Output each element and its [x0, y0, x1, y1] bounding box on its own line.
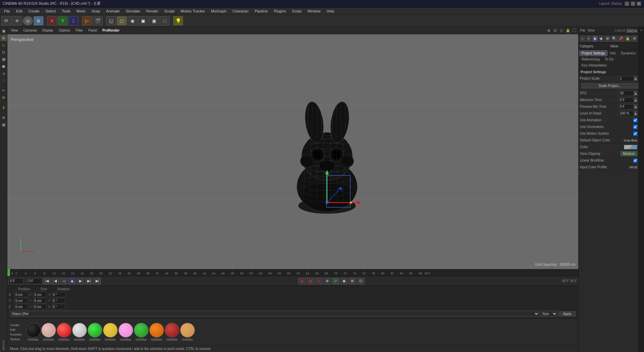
rp-lock-icon[interactable]: 🔒: [625, 36, 631, 42]
size-y-input[interactable]: [33, 298, 47, 303]
min-time-up-btn[interactable]: ▲: [634, 98, 637, 102]
mode-btn2[interactable]: ◻: [117, 16, 127, 26]
mat-swatch-7[interactable]: OctGlos: [134, 323, 149, 341]
mat-swatch-10[interactable]: OctGlos: [180, 323, 195, 341]
go-end-btn[interactable]: ▶|: [94, 278, 101, 284]
auto-key-btn[interactable]: A: [315, 278, 323, 284]
vp-icon-4[interactable]: 🔒: [565, 28, 571, 33]
play-back-btn[interactable]: ◁: [60, 278, 67, 284]
size-z-input[interactable]: [33, 304, 47, 309]
rp-view-label[interactable]: View: [587, 29, 595, 32]
rp-icon-shape[interactable]: ◆: [592, 36, 598, 42]
view-clipping-btn[interactable]: Medium: [621, 151, 637, 156]
tab-dynamics[interactable]: Dynamics: [619, 50, 638, 56]
mat-swatch-3[interactable]: OctGlos: [72, 323, 87, 341]
tab-todo[interactable]: To Do: [602, 56, 616, 62]
left-tool-12[interactable]: ⊕: [0, 114, 7, 121]
left-tool-5[interactable]: ▦: [0, 56, 7, 62]
record-stop-btn[interactable]: ⏹: [307, 278, 314, 284]
menu-item-script[interactable]: Script: [289, 8, 304, 14]
vp-tab-filter[interactable]: Filter: [73, 28, 85, 33]
mat-swatch-1[interactable]: OctGlos: [41, 323, 56, 341]
vp-tab-options[interactable]: Options: [57, 28, 72, 33]
vp-tab-view[interactable]: View: [9, 28, 20, 33]
left-tool-3[interactable]: ◻: [0, 42, 7, 48]
pos-y-input[interactable]: [14, 298, 28, 303]
menu-item-plugins[interactable]: Plugins: [271, 8, 288, 14]
rot-x-input[interactable]: [52, 292, 66, 297]
tab-referencing[interactable]: Referencing: [579, 56, 602, 62]
menu-item-simulate[interactable]: Simulate: [123, 8, 143, 14]
vp-icon-3[interactable]: ◻: [559, 28, 564, 33]
x-axis-btn[interactable]: ✕: [47, 16, 57, 26]
y-axis-btn[interactable]: Y: [58, 16, 68, 26]
move-btn[interactable]: ⊕: [34, 16, 44, 26]
undo-btn[interactable]: ⟳: [1, 16, 11, 26]
mat-swatch-2[interactable]: OctGlos: [57, 323, 71, 341]
mat-texture-btn[interactable]: Texture: [9, 337, 23, 341]
mat-swatch-6[interactable]: OctGlos: [118, 323, 133, 341]
mode-btn3[interactable]: ◉: [127, 16, 138, 26]
menu-item-animate[interactable]: Animate: [104, 8, 122, 14]
mat-swatch-9[interactable]: OctGlos: [165, 323, 179, 341]
record-btn[interactable]: ⏺: [299, 278, 306, 284]
mat-create-btn[interactable]: Create: [9, 323, 23, 327]
vp-icon-2[interactable]: ⊡: [552, 28, 558, 33]
vp-tab-cameras[interactable]: Cameras: [21, 28, 39, 33]
rp-layout-value[interactable]: Startup: [627, 29, 637, 32]
lod-input[interactable]: [619, 111, 634, 116]
use-animation-checkbox[interactable]: [633, 118, 637, 122]
menu-item-sculpt[interactable]: Sculpt: [162, 8, 177, 14]
menu-item-mograph[interactable]: MoGraph: [208, 8, 229, 14]
left-tool-10[interactable]: ⊛: [0, 94, 7, 101]
left-tool-7[interactable]: ⊿: [0, 70, 7, 77]
menu-item-select[interactable]: Select: [43, 8, 59, 14]
menu-item-edit[interactable]: Edit: [13, 8, 25, 14]
color-swatch[interactable]: [624, 145, 637, 149]
rp-icon-home[interactable]: ⌂: [580, 36, 585, 42]
vp-icon-1[interactable]: ⊞: [546, 28, 551, 33]
menu-item-character[interactable]: Character: [230, 8, 251, 14]
left-tool-8[interactable]: ⟋: [0, 77, 7, 84]
mat-swatch-5[interactable]: OctGlos: [103, 323, 118, 341]
mat-swatch-8[interactable]: OctGlos: [149, 323, 164, 341]
step-back-btn[interactable]: ◀: [52, 278, 59, 284]
menu-item-render[interactable]: Render: [144, 8, 161, 14]
vp-tab-panel[interactable]: Panel: [87, 28, 99, 33]
mat-function-btn[interactable]: Function: [9, 333, 23, 337]
left-tool-6[interactable]: ◼: [0, 63, 7, 70]
close-btn[interactable]: ✕: [637, 1, 641, 6]
menu-item-snap[interactable]: Snap: [89, 8, 103, 14]
left-tool-13[interactable]: ▦: [0, 121, 7, 128]
use-motion-system-checkbox[interactable]: [633, 132, 637, 136]
playback-speed-input[interactable]: [27, 278, 42, 284]
project-scale-input[interactable]: [619, 76, 634, 81]
transport-btn-6[interactable]: ◉: [340, 278, 348, 284]
rot-y-input[interactable]: [52, 298, 65, 303]
maximize-btn[interactable]: □: [631, 1, 635, 6]
fps-input[interactable]: [619, 91, 634, 96]
stop-btn[interactable]: ■: [68, 278, 76, 284]
pos-x-input[interactable]: [14, 292, 28, 297]
preview-min-time-input[interactable]: [619, 104, 634, 109]
vp-tab-display[interactable]: Display: [40, 28, 55, 33]
apply-btn[interactable]: Apply: [559, 311, 576, 316]
menu-item-pipeline[interactable]: Pipeline: [252, 8, 270, 14]
mode-btn4[interactable]: ◼: [138, 16, 148, 26]
menu-item-mesh[interactable]: Mesh: [74, 8, 88, 14]
tab-key-interpolation[interactable]: Key Interpolation: [579, 62, 609, 68]
menu-item-motion-tracker[interactable]: Motion Tracker: [178, 8, 208, 14]
rp-file-label[interactable]: File: [580, 29, 585, 32]
new-obj-btn[interactable]: ✛: [12, 16, 22, 26]
mode-btn5[interactable]: ▣: [149, 16, 159, 26]
scale-project-btn[interactable]: Scale Project...: [581, 83, 639, 88]
z-axis-btn[interactable]: Z: [68, 16, 78, 26]
play-btn[interactable]: ▶: [77, 278, 84, 284]
obj-mode-select[interactable]: Object (Rel: [10, 311, 539, 317]
menu-item-help[interactable]: Help: [324, 8, 337, 14]
mode-btn6[interactable]: □: [160, 16, 170, 26]
minimize-btn[interactable]: —: [625, 1, 629, 6]
transport-btn-8[interactable]: ⊡: [357, 278, 365, 284]
transport-btn-5[interactable]: P: [332, 278, 339, 284]
left-tool-2[interactable]: ⊞: [0, 35, 7, 41]
